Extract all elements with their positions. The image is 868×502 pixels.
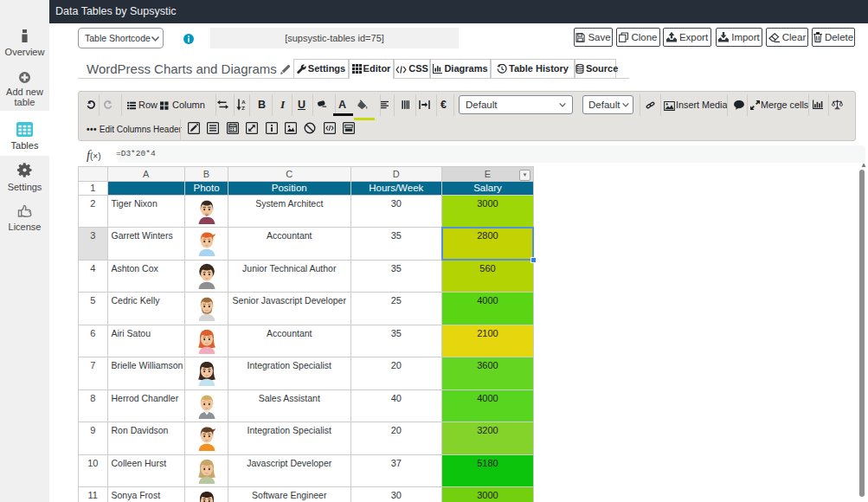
svg-text:Z: Z [241, 106, 245, 111]
svg-text:A: A [241, 100, 246, 105]
